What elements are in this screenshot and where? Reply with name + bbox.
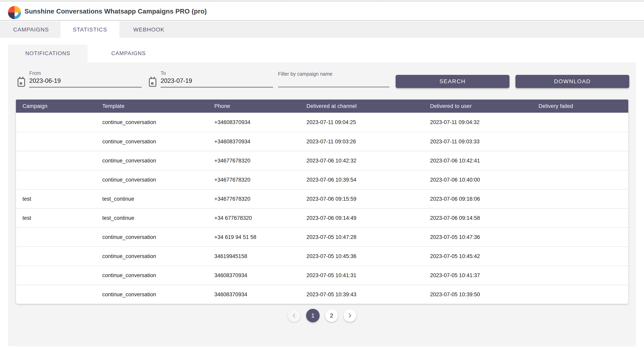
logo-quadrant-yellow [14,6,21,13]
col-phone: Phone [208,103,300,109]
app-title: Sunshine Conversations Whatsapp Campaign… [24,2,207,21]
cell-delivered-to-user: 2023-07-05 10:47:36 [424,234,532,240]
table-row: continue_conversation +34677678320 2023-… [16,151,628,170]
logo-quadrant-blue [14,13,21,19]
table-header-row: Campaign Template Phone Delivered at cha… [16,100,628,113]
tab-webhook[interactable]: WEBHOOK [120,21,178,38]
top-strip [0,0,644,2]
calendar-icon[interactable] [149,78,156,87]
page-2-button[interactable]: 2 [325,309,338,322]
cell-phone: +34608370934 [208,139,300,145]
sunshine-logo-icon [8,6,21,19]
calendar-icon[interactable] [18,78,25,87]
cell-delivered-at-channel: 2023-07-06 10:42:32 [300,158,424,164]
prev-page-button[interactable] [288,309,300,322]
cell-delivered-at-channel: 2023-07-06 09:15:59 [300,196,424,202]
cell-delivered-at-channel: 2023-07-05 10:47:28 [300,234,424,240]
next-page-button[interactable] [344,309,356,322]
cell-delivered-to-user: 2023-07-06 10:40:00 [424,177,532,183]
table-row: continue_conversation 34608370934 2023-0… [16,266,628,285]
page-1-button[interactable]: 1 [306,309,320,322]
pagination: 1 2 [8,309,636,322]
campaign-filter-label: Filter by campaign name [278,71,390,77]
cell-delivered-at-channel: 2023-07-11 09:03:26 [300,139,424,145]
logo-quadrant-purple [8,13,14,19]
cell-template: continue_conversation [96,158,208,164]
cell-phone: 34619945158 [208,253,300,259]
cell-delivered-to-user: 2023-07-05 10:39:50 [424,291,532,298]
cell-template: continue_conversation [96,291,208,298]
col-delivered-to-user: Delivered to user [424,103,532,109]
campaign-filter-input[interactable] [278,77,390,87]
tab-statistics[interactable]: STATISTICS [60,21,120,38]
campaign-filter-field: Filter by campaign name [278,71,390,87]
cell-phone: 34608370934 [208,272,300,278]
table-row: continue_conversation 34608370934 2023-0… [16,285,628,304]
cell-delivered-to-user: 2023-07-06 10:42:41 [424,158,532,164]
cell-phone: +34677678320 [208,177,300,183]
table-body: continue_conversation +34608370934 2023-… [16,113,628,304]
cell-template: continue_conversation [96,177,208,183]
cell-template: test_continue [96,215,208,221]
from-label: From [29,70,143,76]
notifications-table: Campaign Template Phone Delivered at cha… [16,100,628,304]
col-campaign: Campaign [16,103,96,109]
from-date-input[interactable]: 2023-06-19 [29,77,142,88]
from-date-field: From 2023-06-19 [18,70,143,88]
cell-phone: +34677678320 [208,158,300,164]
table-row: continue_conversation +34608370934 2023-… [16,113,628,132]
search-button[interactable]: SEARCH [396,75,510,88]
cell-delivered-to-user: 2023-07-05 10:41:37 [424,272,532,278]
to-label: To [160,70,274,76]
download-button[interactable]: DOWNLOAD [516,75,629,88]
statistics-card: From 2023-06-19 To 2023-07-19 Filter by … [8,62,636,346]
cell-phone: +34 619 94 51 58 [208,234,300,240]
sub-tab-bar: NOTIFICATIONS CAMPAIGNS [8,45,170,62]
table-row: test test_continue +34677678320 2023-07-… [16,189,628,208]
subtab-campaigns[interactable]: CAMPAIGNS [88,45,170,62]
cell-delivered-at-channel: 2023-07-05 10:45:36 [300,253,424,259]
cell-delivered-to-user: 2023-07-06 09:14:58 [424,215,532,221]
top-strip-divider [210,0,210,2]
to-date-field: To 2023-07-19 [149,70,274,88]
cell-template: continue_conversation [96,272,208,278]
cell-delivered-to-user: 2023-07-06 09:16:06 [424,196,532,202]
col-delivery-failed: Delivery failed [532,103,628,109]
cell-delivered-to-user: 2023-07-05 10:45:42 [424,253,532,259]
cell-phone: +34608370934 [208,119,300,125]
cell-template: continue_conversation [96,139,208,145]
statistics-page: Sunshine Conversations Whatsapp Campaign… [0,0,644,350]
to-date-input[interactable]: 2023-07-19 [160,77,273,88]
tab-campaigns[interactable]: CAMPAIGNS [2,21,60,38]
cell-phone: 34608370934 [208,291,300,298]
app-header: Sunshine Conversations Whatsapp Campaign… [0,2,644,21]
cell-delivered-at-channel: 2023-07-06 09:14:49 [300,215,424,221]
logo-quadrant-red [8,6,14,13]
cell-delivered-at-channel: 2023-07-11 09:04:25 [300,119,424,125]
cell-delivered-to-user: 2023-07-11 09:03:33 [424,139,532,145]
cell-template: continue_conversation [96,253,208,259]
table-row: continue_conversation 34619945158 2023-0… [16,246,628,266]
table-row: continue_conversation +34608370934 2023-… [16,132,628,151]
chevron-left-icon [291,312,297,318]
cell-delivered-at-channel: 2023-07-06 10:39:54 [300,177,424,183]
top-strip-divider [286,0,286,2]
table-row: test test_continue +34 677678320 2023-07… [16,208,628,227]
table-row: continue_conversation +34677678320 2023-… [16,170,628,189]
col-delivered-at-channel: Delivered at channel [300,103,424,109]
table-row: continue_conversation +34 619 94 51 58 2… [16,227,628,246]
cell-campaign: test [16,196,96,202]
chevron-right-icon [347,312,353,318]
cell-template: continue_conversation [96,119,208,125]
cell-delivered-at-channel: 2023-07-05 10:39:43 [300,291,424,298]
cell-delivered-to-user: 2023-07-11 09:04:32 [424,119,532,125]
cell-phone: +34677678320 [208,196,300,202]
subtab-notifications[interactable]: NOTIFICATIONS [8,45,88,62]
cell-template: continue_conversation [96,234,208,240]
col-template: Template [96,103,208,109]
cell-phone: +34 677678320 [208,215,300,221]
cell-campaign: test [16,215,96,221]
main-tab-bar: CAMPAIGNS STATISTICS WEBHOOK [0,21,644,38]
cell-delivered-at-channel: 2023-07-05 10:41:31 [300,272,424,278]
top-strip-divider [382,0,382,2]
